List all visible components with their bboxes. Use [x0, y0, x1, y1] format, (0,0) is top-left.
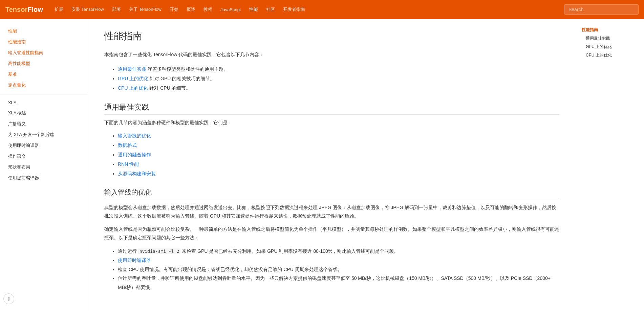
list-item: 数据格式	[118, 140, 559, 150]
nav-link-start[interactable]: 开始	[166, 4, 182, 15]
section2-para1: 典型的模型会从磁盘加载数据，然后处理并通过网络发送出去。比如，模型按照下列数据流…	[104, 203, 559, 220]
nav-link-deploy[interactable]: 部署	[109, 4, 124, 15]
sidebar-item-new-backend[interactable]: 为 XLA 开发一个新后端	[0, 129, 88, 140]
sidebar-item-shape-layout[interactable]: 形状和布局	[0, 162, 88, 173]
main-content: 性能指南 本指南包含了一些优化 TensorFlow 代码的最佳实践，它包含以下…	[88, 19, 576, 307]
right-sidebar-toc: 性能指南 通用最佳实践 GPU 上的优化 CPU 上的优化	[576, 19, 644, 307]
section2-title: 输入管线的优化	[104, 188, 559, 199]
sidebar-item-xla[interactable]: XLA	[0, 98, 88, 108]
sidebar-divider	[0, 94, 88, 94]
intro-text: 本指南包含了一些优化 TensorFlow 代码的最佳实践，它包含以下几节内容：	[104, 51, 559, 59]
toc-item-cpu-opt[interactable]: CPU 上的优化	[582, 51, 639, 60]
nav-link-overview[interactable]: 概述	[183, 4, 199, 15]
nav-links: 扩展 安装 TensorFlow 部署 关于 TensorFlow 开始 概述 …	[51, 4, 564, 15]
list-item: RNN 性能	[118, 159, 559, 169]
code-nvidia-smi: nvidia-smi -l 2	[138, 248, 180, 254]
section2-list: 通过运行 nvidia-smi -l 2 来检查 GPU 是否已经被充分利用。如…	[104, 247, 559, 292]
sidebar-item-perf-guide[interactable]: 性能指南	[0, 37, 88, 47]
nav-link-about[interactable]: 关于 TensorFlow	[126, 4, 165, 15]
link-gpu-optimization[interactable]: GPU 上的优化	[118, 76, 148, 81]
toc-item-gpu-opt[interactable]: GPU 上的优化	[582, 43, 639, 51]
list-item: 检查 CPU 使用情况。有可能出现的情况是：管线已经优化，却仍然没有足够的 CP…	[118, 265, 559, 274]
sidebar-item-xla-overview[interactable]: XLA 概述	[0, 108, 88, 118]
nav-link-devguide[interactable]: 开发者指南	[280, 4, 308, 15]
list-item: 输入管线的优化	[118, 131, 559, 140]
sidebar-item-high-perf-model[interactable]: 高性能模型	[0, 58, 88, 69]
nav-link-javascript[interactable]: JavaScript	[217, 5, 244, 14]
toc-item-general-best[interactable]: 通用最佳实践	[582, 34, 639, 43]
sidebar-item-input-pipeline[interactable]: 输入管道性能指南	[0, 47, 88, 58]
page-wrapper: 性能指南 本指南包含了一些优化 TensorFlow 代码的最佳实践，它包含以下…	[0, 19, 644, 307]
search-input[interactable]	[564, 4, 639, 15]
link-build-from-source[interactable]: 从源码构建和安装	[118, 171, 156, 176]
sidebar-item-active-section[interactable]: 性能	[0, 26, 88, 37]
left-sidebar: 性能 性能指南 输入管道性能指南 高性能模型 基准 定点量化 XLA XLA 概…	[0, 19, 88, 307]
top-navigation: TensorFlow 扩展 安装 TensorFlow 部署 关于 Tensor…	[0, 0, 644, 19]
list-item: 通过运行 nvidia-smi -l 2 来检查 GPU 是否已经被充分利用。如…	[118, 247, 559, 256]
share-button[interactable]: ⇧	[3, 293, 14, 304]
list-item: 通用最佳实践 涵盖多种模型类型和硬件的通用主题。	[118, 64, 559, 74]
sidebar-item-benchmark[interactable]: 基准	[0, 69, 88, 80]
link-general-best-practices[interactable]: 通用最佳实践	[118, 66, 146, 72]
sidebar-item-op-semantics[interactable]: 操作语义	[0, 151, 88, 162]
list-item: CPU 上的优化 针对 CPU 的细节。	[118, 83, 559, 93]
link-jit-compiler[interactable]: 使用即时编译器	[118, 258, 151, 263]
nav-link-tutorial[interactable]: 教程	[200, 4, 216, 15]
nav-link-performance[interactable]: 性能	[246, 4, 261, 15]
nav-link-community[interactable]: 社区	[263, 4, 278, 15]
nav-link-extend[interactable]: 扩展	[51, 4, 67, 15]
sidebar-item-aot[interactable]: 使用提前编译器	[0, 173, 88, 183]
section1-title: 通用最佳实践	[104, 102, 559, 115]
sidebar-item-jit[interactable]: 使用即时编译器	[0, 140, 88, 151]
link-data-format[interactable]: 数据格式	[118, 142, 137, 148]
list-item: 通用的融合操作	[118, 150, 559, 159]
nav-link-install[interactable]: 安装 TensorFlow	[68, 4, 107, 15]
section1-desc: 下面的几节内容为涵盖多种硬件和模型的最佳实践，它们是：	[104, 119, 559, 127]
sidebar-item-broadcast[interactable]: 广播语义	[0, 118, 88, 129]
section2-para2: 确定输入管线是否为瓶颈可能会比较复杂。一种最简单的方法是在输入管线之后将模型简化…	[104, 225, 559, 242]
link-common-fusion[interactable]: 通用的融合操作	[118, 152, 151, 157]
section1-list: 输入管线的优化 数据格式 通用的融合操作 RNN 性能 从源码构建和安装	[104, 131, 559, 178]
logo[interactable]: TensorFlow	[5, 6, 43, 14]
intro-list: 通用最佳实践 涵盖多种模型类型和硬件的通用主题。 GPU 上的优化 针对 GPU…	[104, 64, 559, 93]
list-item: GPU 上的优化 针对 GPU 的相关技巧的细节。	[118, 74, 559, 83]
link-rnn-perf[interactable]: RNN 性能	[118, 161, 139, 167]
link-cpu-optimization[interactable]: CPU 上的优化	[118, 85, 148, 91]
page-title: 性能指南	[104, 30, 559, 45]
sidebar-item-quantization[interactable]: 定点量化	[0, 80, 88, 91]
list-item: 估计所需的吞吐量，并验证所使用的磁盘能够达到吞吐量的水平。因为一些云解决方案提供…	[118, 274, 559, 292]
toc-item-perf-guide[interactable]: 性能指南	[582, 26, 639, 34]
link-input-pipeline-opt[interactable]: 输入管线的优化	[118, 133, 151, 138]
list-item: 从源码构建和安装	[118, 169, 559, 178]
list-item: 使用即时编译器	[118, 256, 559, 265]
